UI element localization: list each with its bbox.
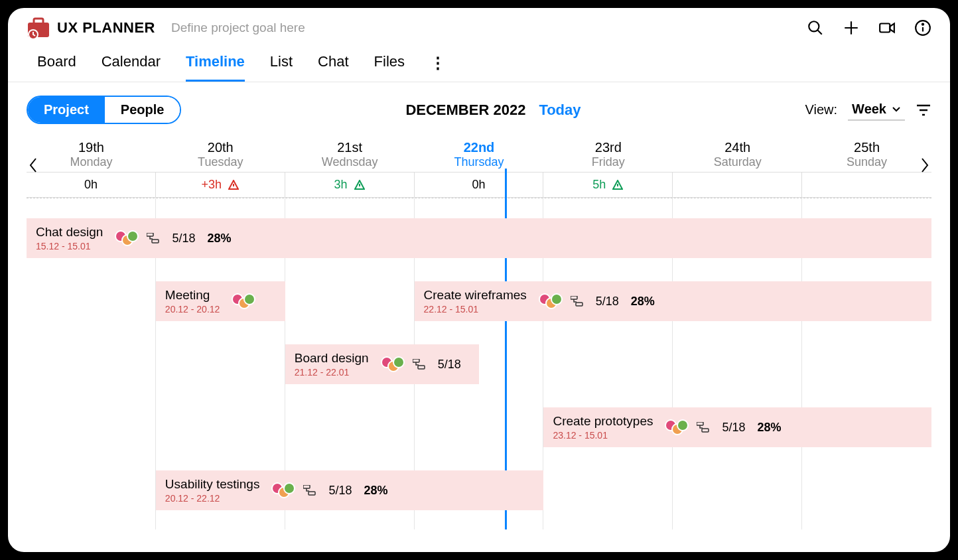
subtask-icon <box>303 485 316 496</box>
day-header-today[interactable]: 22ndThursday <box>415 137 544 172</box>
add-icon[interactable] <box>843 19 860 36</box>
warning-icon <box>354 180 365 190</box>
day-header[interactable]: 21stWednsday <box>285 137 415 172</box>
svg-line-4 <box>817 30 822 35</box>
subtask-count: 5/18 <box>328 484 352 498</box>
chevron-down-icon <box>892 106 901 113</box>
day-header[interactable]: 19thMonday <box>27 137 156 172</box>
hours-cell-under: 3h <box>285 173 415 197</box>
task-percent: 28% <box>207 232 231 245</box>
tab-calendar[interactable]: Calendar <box>102 53 161 82</box>
day-header[interactable]: 20thTuesday <box>156 137 285 172</box>
app-logo: UX PLANNER <box>27 17 155 38</box>
svg-rect-17 <box>147 233 153 236</box>
svg-rect-20 <box>576 303 582 306</box>
subtask-icon <box>571 296 584 307</box>
task-title: Board design <box>295 351 369 366</box>
svg-rect-22 <box>418 366 425 369</box>
tab-board[interactable]: Board <box>37 53 76 82</box>
task-dates: 23.12 - 15.01 <box>553 430 653 441</box>
warning-icon <box>612 180 623 190</box>
next-week-button[interactable] <box>920 156 930 179</box>
task-title: Create wireframes <box>424 288 527 303</box>
svg-rect-21 <box>413 359 419 362</box>
subtask-icon <box>413 359 426 370</box>
day-header[interactable]: 25thSunday <box>802 137 931 172</box>
video-icon[interactable] <box>878 19 896 36</box>
task-title: Chat design <box>36 225 103 240</box>
task-percent: 28% <box>758 421 782 435</box>
task-title: Usability testings <box>165 477 260 492</box>
subtask-icon <box>697 422 710 433</box>
app-title: UX PLANNER <box>57 19 155 36</box>
svg-rect-24 <box>702 429 709 432</box>
day-header[interactable]: 23rdFriday <box>543 137 673 172</box>
segment-people[interactable]: People <box>105 97 180 123</box>
task-board-design[interactable]: Board design 21.12 - 22.01 5/18 <box>285 344 479 384</box>
project-goal-input[interactable]: Define project goal here <box>171 21 305 35</box>
task-percent: 28% <box>364 484 387 498</box>
tab-chat[interactable]: Chat <box>318 53 348 82</box>
task-percent: 28% <box>631 295 655 309</box>
view-label: View: <box>805 102 838 117</box>
task-dates: 22.12 - 15.01 <box>424 304 527 315</box>
hours-cell: 0h <box>27 173 156 197</box>
svg-rect-18 <box>152 240 159 243</box>
hours-cell: 0h <box>415 173 544 197</box>
task-title: Meeting <box>165 288 220 303</box>
tab-more-icon[interactable]: ⋮ <box>430 54 446 82</box>
task-dates: 15.12 - 15.01 <box>36 241 103 251</box>
avatar-stack <box>539 293 559 309</box>
prev-week-button[interactable] <box>28 156 38 179</box>
subtask-count: 5/18 <box>722 421 745 435</box>
tab-files[interactable]: Files <box>374 53 405 82</box>
hours-cell <box>673 173 802 197</box>
svg-rect-23 <box>697 422 703 425</box>
day-header[interactable]: 24thSaturday <box>673 137 802 172</box>
subtask-count: 5/18 <box>172 232 195 245</box>
avatar-stack <box>271 482 291 498</box>
svg-rect-1 <box>34 19 43 24</box>
task-create-wireframes[interactable]: Create wireframes 22.12 - 15.01 5/18 28% <box>415 281 931 321</box>
warning-icon <box>228 180 239 190</box>
view-select-value: Week <box>852 102 886 117</box>
svg-rect-26 <box>308 492 315 495</box>
svg-rect-7 <box>880 24 890 33</box>
day-headers: 19thMonday 20thTuesday 21stWednsday 22nd… <box>27 137 931 172</box>
task-chat-design[interactable]: Chat design 15.12 - 15.01 5/18 28% <box>27 218 931 258</box>
task-dates: 20.12 - 22.12 <box>165 493 260 504</box>
svg-point-10 <box>922 24 924 25</box>
svg-rect-25 <box>303 485 310 488</box>
hours-cell-under: 5h <box>543 173 673 197</box>
view-mode-segmented: Project People <box>27 96 181 124</box>
briefcase-icon <box>27 17 50 38</box>
task-create-prototypes[interactable]: Create prototypes 23.12 - 15.01 5/18 28% <box>543 407 931 447</box>
hours-row: 0h +3h 3h 0h 5h <box>27 172 931 198</box>
avatar-stack <box>232 293 251 309</box>
svg-rect-19 <box>571 296 577 299</box>
task-meeting[interactable]: Meeting 20.12 - 20.12 <box>156 281 285 321</box>
info-icon[interactable] <box>914 19 931 36</box>
svg-point-3 <box>809 21 819 31</box>
subtask-count: 5/18 <box>596 295 619 309</box>
subtask-count: 5/18 <box>438 358 461 372</box>
task-title: Create prototypes <box>553 414 653 429</box>
avatar-stack <box>115 230 135 246</box>
subtask-icon <box>147 233 160 244</box>
month-heading: DECEMBER 2022 <box>405 102 525 119</box>
avatar-stack <box>381 356 401 372</box>
tab-timeline[interactable]: Timeline <box>186 53 245 82</box>
view-select[interactable]: Week <box>848 99 905 121</box>
search-icon[interactable] <box>807 19 824 36</box>
task-dates: 21.12 - 22.01 <box>295 367 369 378</box>
filter-icon[interactable] <box>916 103 931 117</box>
avatar-stack <box>665 419 685 435</box>
task-usability-testings[interactable]: Usability testings 20.12 - 22.12 5/18 28… <box>156 470 544 510</box>
segment-project[interactable]: Project <box>28 97 105 123</box>
today-button[interactable]: Today <box>539 102 581 119</box>
hours-cell-over: +3h <box>156 173 285 197</box>
tab-list[interactable]: List <box>270 53 293 82</box>
hours-cell <box>802 173 931 197</box>
task-dates: 20.12 - 20.12 <box>165 304 220 315</box>
